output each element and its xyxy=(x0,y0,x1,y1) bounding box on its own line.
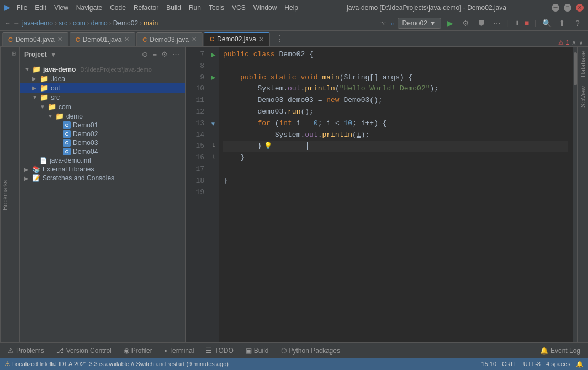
suspend-button[interactable]: ⏸ xyxy=(513,19,520,27)
tree-item-idea[interactable]: ▶ 📁 .idea xyxy=(20,74,185,83)
fold-15[interactable]: └ xyxy=(211,143,215,149)
breadcrumb-class[interactable]: Demo02 xyxy=(113,19,138,27)
code-line-9: public static void main(String[] args) { xyxy=(223,72,568,84)
scrollbar-thumb[interactable] xyxy=(574,52,577,85)
tab-demo02[interactable]: C Demo02.java ✕ xyxy=(204,32,270,46)
tab-demo01[interactable]: C Demo01.java ✕ xyxy=(70,32,136,46)
tab-demo03[interactable]: C Demo03.java ✕ xyxy=(136,32,203,46)
panel-more-icon[interactable]: ⋯ xyxy=(171,50,181,58)
tabs-more-button[interactable]: ⋮ xyxy=(273,34,287,44)
fold-16[interactable]: └ xyxy=(211,155,215,161)
alert-up-icon[interactable]: ∧ xyxy=(571,39,576,46)
menu-run[interactable]: Run xyxy=(186,3,204,13)
alert-down-icon[interactable]: ∨ xyxy=(579,39,584,46)
bookmarks-panel[interactable]: Bookmarks xyxy=(0,47,9,342)
terminal-tab[interactable]: ▪ Terminal xyxy=(159,345,200,357)
breadcrumb-method[interactable]: main xyxy=(144,19,158,27)
demo03-class-icon: C xyxy=(63,139,71,147)
tree-item-out[interactable]: ▶ 📁 out xyxy=(20,83,185,93)
panel-dropdown-icon[interactable]: ▼ xyxy=(50,51,57,58)
fold-13[interactable]: ▼ xyxy=(210,121,216,127)
vcs-icon[interactable]: ⌥ xyxy=(379,19,387,27)
tree-item-demo04[interactable]: ▶ C Demo04 xyxy=(20,147,185,156)
tab-close-demo01[interactable]: ✕ xyxy=(124,36,129,43)
cursor-position[interactable]: 15:10 xyxy=(481,361,497,368)
tree-item-demo01[interactable]: ▶ C Demo01 xyxy=(20,121,185,130)
code-line-14: System.out.println(i); xyxy=(223,130,568,141)
tab-close-demo02[interactable]: ✕ xyxy=(259,36,264,43)
notification-icon[interactable]: 🔔 xyxy=(576,361,584,368)
menu-edit[interactable]: Edit xyxy=(31,3,50,13)
menu-help[interactable]: Help xyxy=(281,3,301,13)
structure-icon[interactable]: ⊞ xyxy=(10,49,19,58)
menu-refactor[interactable]: Refactor xyxy=(130,3,162,13)
tree-item-scratches[interactable]: ▶ 📝 Scratches and Consoles xyxy=(20,174,185,183)
lightbulb-icon[interactable]: 💡 xyxy=(264,142,272,150)
breadcrumb-demo[interactable]: demo xyxy=(91,19,108,27)
event-log-tab[interactable]: 🔔 Event Log xyxy=(534,345,586,357)
close-button[interactable]: ✕ xyxy=(576,4,584,12)
menu-tools[interactable]: Tools xyxy=(205,3,227,13)
tab-demo04[interactable]: C Demo04.java ✕ xyxy=(2,32,68,46)
panel-settings-icon[interactable]: ⚙ xyxy=(160,50,169,58)
breadcrumb-project[interactable]: java-demo xyxy=(22,19,53,27)
menu-window[interactable]: Window xyxy=(250,3,280,13)
tree-item-demo02[interactable]: ▶ C Demo02 xyxy=(20,130,185,138)
demo01-class-icon: C xyxy=(63,121,71,129)
run-config-selector[interactable]: Demo02 ▼ xyxy=(398,18,441,29)
nav-back-icon[interactable]: ← xyxy=(4,19,11,27)
menu-view[interactable]: View xyxy=(51,3,72,13)
tree-item-iml[interactable]: ▶ 📄 java-demo.iml xyxy=(20,156,185,165)
tree-item-demo03[interactable]: ▶ C Demo03 xyxy=(20,138,185,147)
panel-locate-icon[interactable]: ⊙ xyxy=(141,50,149,58)
maximize-button[interactable]: □ xyxy=(564,4,571,12)
code-line-11: Demo03 demo03 = new Demo03(); xyxy=(223,95,568,106)
run-gutter-7[interactable]: ▶ xyxy=(211,51,215,58)
more-run-button[interactable]: ⋯ xyxy=(491,17,503,29)
coverage-button[interactable]: ⛊ xyxy=(475,17,488,29)
demo02-class-icon: C xyxy=(63,130,71,138)
run-gutter-9[interactable]: ▶ xyxy=(211,74,215,81)
code-content[interactable]: public class Demo02 { public static void… xyxy=(219,47,573,342)
profiler-tab[interactable]: ◉ Profiler xyxy=(118,345,158,357)
tree-item-root[interactable]: ▼ 📁 java-demo D:\IdeaProjects\java-demo xyxy=(20,65,185,74)
tree-item-demo[interactable]: ▼ 📁 demo xyxy=(20,111,185,121)
stop-button[interactable]: ⏹ xyxy=(523,19,530,27)
tab-close-demo04[interactable]: ✕ xyxy=(57,36,62,43)
tab-close-demo03[interactable]: ✕ xyxy=(192,36,197,43)
todo-tab[interactable]: ☰ TODO xyxy=(200,345,239,357)
search-button[interactable]: 🔍 xyxy=(541,17,553,29)
build-tab[interactable]: ▣ Build xyxy=(240,345,274,357)
minimize-button[interactable]: ─ xyxy=(552,4,559,12)
sciview-panel-button[interactable]: SciView xyxy=(580,84,586,110)
status-warning[interactable]: ⚠ Localized IntelliJ IDEA 2021.3.3 is av… xyxy=(4,360,229,368)
nav-right: ⌥ ⬦ Demo02 ▼ ▶ ⚙ ⛊ ⋯ | ⏸ ⏹ | 🔍 ⬆ ? xyxy=(379,17,584,29)
problems-tab[interactable]: ⚠ Problems xyxy=(2,345,50,357)
settings-update-icon[interactable]: ⬆ xyxy=(556,17,568,29)
build-button[interactable]: ⚙ xyxy=(460,17,472,29)
panel-collapse-icon[interactable]: ≡ xyxy=(151,50,158,58)
right-sidebar-strip: Database SciView xyxy=(577,47,588,342)
database-panel-button[interactable]: Database xyxy=(580,49,586,79)
version-control-tab[interactable]: ⎇ Version Control xyxy=(51,345,117,357)
python-packages-tab[interactable]: ⬡ Python Packages xyxy=(276,345,346,357)
menu-navigate[interactable]: Navigate xyxy=(73,3,105,13)
tree-label-demo04: Demo04 xyxy=(73,148,98,155)
breadcrumb-src[interactable]: src xyxy=(59,19,67,27)
tree-item-src[interactable]: ▼ 📁 src xyxy=(20,93,185,102)
menu-file[interactable]: File xyxy=(13,3,30,13)
menu-build[interactable]: Build xyxy=(163,3,184,13)
indent-setting[interactable]: 4 spaces xyxy=(546,361,570,368)
breadcrumb-com[interactable]: com xyxy=(73,19,86,27)
nav-forward-icon[interactable]: → xyxy=(13,19,20,27)
menu-vcs[interactable]: VCS xyxy=(229,3,249,13)
menu-code[interactable]: Code xyxy=(107,3,129,13)
editor-scrollbar[interactable] xyxy=(573,47,577,342)
tree-item-com[interactable]: ▼ 📁 com xyxy=(20,102,185,111)
help-icon[interactable]: ? xyxy=(571,17,584,29)
navigate-back-icon[interactable]: ⬦ xyxy=(390,19,394,27)
run-button[interactable]: ▶ xyxy=(444,17,457,29)
line-separator[interactable]: CRLF xyxy=(502,361,518,368)
file-encoding[interactable]: UTF-8 xyxy=(523,361,541,368)
tree-item-ext-libs[interactable]: ▶ 📚 External Libraries xyxy=(20,165,185,174)
